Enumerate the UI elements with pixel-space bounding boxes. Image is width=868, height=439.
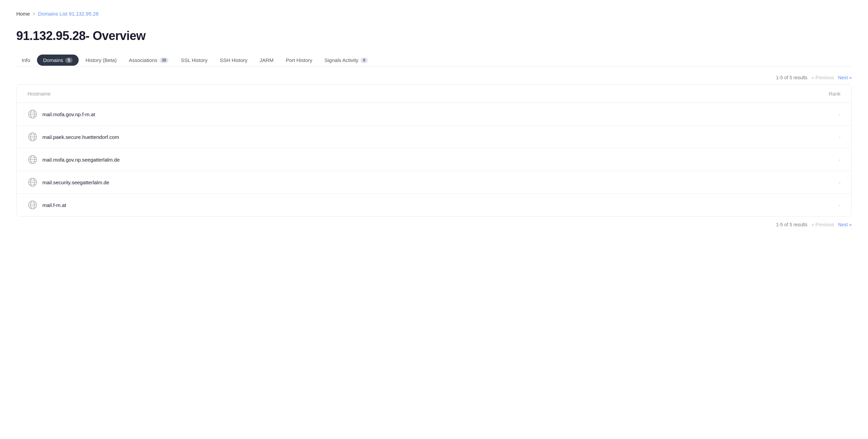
breadcrumb: Home > Domains List 91.132.95.28 xyxy=(16,11,852,17)
tab-associations[interactable]: Associations35 xyxy=(123,54,174,66)
hostname-cell-3: mail.security.seegatterlalm.de xyxy=(27,177,109,187)
rank-cell-3: - xyxy=(820,180,841,185)
table-header: Hostname Rank xyxy=(17,85,851,103)
tab-port-history-label: Port History xyxy=(286,57,312,63)
breadcrumb-separator: > xyxy=(33,11,35,17)
results-count-top: 1-5 of 5 results xyxy=(776,75,808,80)
table-row[interactable]: mail.f-m.at- xyxy=(17,194,851,216)
domain-icon xyxy=(27,200,38,210)
hostname-text-3: mail.security.seegatterlalm.de xyxy=(42,180,109,185)
tab-associations-label: Associations xyxy=(129,57,157,63)
tab-signals-activity[interactable]: Signals Activity0 xyxy=(319,54,373,66)
results-count-bottom: 1-5 of 5 results xyxy=(776,222,808,227)
tab-history-beta[interactable]: History (Beta) xyxy=(80,54,122,66)
hostname-text-4: mail.f-m.at xyxy=(42,202,66,208)
hostname-cell-2: mail.mofa.gov.np.seegatterlalm.de xyxy=(27,154,120,165)
hostname-cell-4: mail.f-m.at xyxy=(27,200,66,210)
tab-info-label: Info xyxy=(22,57,30,63)
tab-jarm-label: JARM xyxy=(260,57,274,63)
table-row[interactable]: mail.paek.secure.huettendorf.com- xyxy=(17,126,851,148)
tab-domains-badge: 5 xyxy=(65,58,73,63)
hostname-cell-0: mail.mofa.gov.np.f-m.at xyxy=(27,109,95,119)
tab-ssl-history[interactable]: SSL History xyxy=(175,54,213,66)
rank-cell-0: - xyxy=(820,111,841,117)
col-hostname-header: Hostname xyxy=(27,91,51,97)
tab-ssl-history-label: SSL History xyxy=(181,57,208,63)
previous-link-bottom[interactable]: « Previous xyxy=(811,222,834,227)
table-row[interactable]: mail.security.seegatterlalm.de- xyxy=(17,171,851,194)
tab-ssh-history[interactable]: SSH History xyxy=(214,54,253,66)
tabs-container: InfoDomains5History (Beta)Associations35… xyxy=(16,54,852,67)
tab-signals-activity-badge: 0 xyxy=(360,58,368,63)
rank-cell-4: - xyxy=(820,202,841,208)
table-row[interactable]: mail.mofa.gov.np.seegatterlalm.de- xyxy=(17,148,851,171)
table-body: mail.mofa.gov.np.f-m.at- mail.paek.secur… xyxy=(17,103,851,216)
pagination-bottom: 1-5 of 5 results « Previous Next » xyxy=(16,222,852,227)
tab-domains-label: Domains xyxy=(43,57,63,63)
tab-signals-activity-label: Signals Activity xyxy=(324,57,358,63)
domain-icon xyxy=(27,154,38,165)
domain-icon xyxy=(27,132,38,142)
breadcrumb-current[interactable]: Domains List 91.132.95.28 xyxy=(38,11,98,17)
next-link-top[interactable]: Next » xyxy=(838,75,852,80)
next-link-bottom[interactable]: Next » xyxy=(838,222,852,227)
hostname-text-2: mail.mofa.gov.np.seegatterlalm.de xyxy=(42,157,120,163)
page-title: 91.132.95.28- Overview xyxy=(16,29,852,43)
rank-cell-2: - xyxy=(820,157,841,163)
tab-history-beta-label: History (Beta) xyxy=(85,57,117,63)
table-row[interactable]: mail.mofa.gov.np.f-m.at- xyxy=(17,103,851,126)
tab-info[interactable]: Info xyxy=(16,54,36,66)
domain-icon xyxy=(27,177,38,187)
tab-ssh-history-label: SSH History xyxy=(220,57,248,63)
domain-icon xyxy=(27,109,38,119)
previous-link-top[interactable]: « Previous xyxy=(811,75,834,80)
breadcrumb-home[interactable]: Home xyxy=(16,11,30,17)
tab-domains[interactable]: Domains5 xyxy=(37,55,79,66)
hostname-text-1: mail.paek.secure.huettendorf.com xyxy=(42,134,119,140)
tab-associations-badge: 35 xyxy=(159,58,169,63)
domains-table: Hostname Rank mail.mofa.gov.np.f-m.at- m… xyxy=(16,84,852,216)
tab-port-history[interactable]: Port History xyxy=(280,54,318,66)
pagination-top: 1-5 of 5 results « Previous Next » xyxy=(16,75,852,80)
hostname-cell-1: mail.paek.secure.huettendorf.com xyxy=(27,132,119,142)
rank-cell-1: - xyxy=(820,134,841,140)
col-rank-header: Rank xyxy=(829,91,841,97)
hostname-text-0: mail.mofa.gov.np.f-m.at xyxy=(42,111,95,117)
tab-jarm[interactable]: JARM xyxy=(254,54,279,66)
